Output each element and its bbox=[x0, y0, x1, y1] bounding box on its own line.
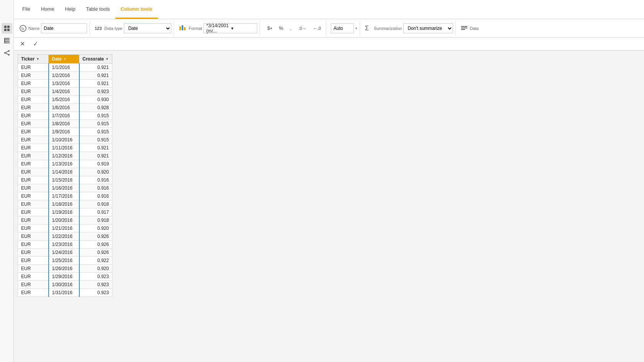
datatype-label: Data type bbox=[104, 26, 122, 31]
cell-date: 1/18/2016 bbox=[49, 200, 79, 208]
cell-crossrate: 0.918 bbox=[79, 216, 112, 224]
sidebar-icon-model[interactable] bbox=[2, 48, 12, 58]
format-dropdown[interactable]: *3/14/2001 (m/... ▾ bbox=[204, 23, 257, 33]
nav-home[interactable]: Home bbox=[36, 0, 60, 19]
sidebar bbox=[0, 0, 14, 362]
ticker-filter-icon[interactable]: ▼ bbox=[36, 57, 39, 61]
crossrate-filter-icon[interactable]: ▼ bbox=[105, 57, 109, 61]
cell-crossrate: 0.915 bbox=[79, 120, 112, 128]
table-row: EUR1/6/20160.928 bbox=[18, 104, 112, 112]
cell-date: 1/21/2016 bbox=[49, 224, 79, 233]
ribbon-format-group: Format *3/14/2001 (m/... ▾ bbox=[176, 21, 260, 35]
table-row: EUR1/16/20160.916 bbox=[18, 184, 112, 192]
cell-crossrate: 0.923 bbox=[79, 273, 112, 281]
auto-input[interactable] bbox=[331, 23, 354, 33]
cell-ticker: EUR bbox=[18, 192, 49, 200]
cell-ticker: EUR bbox=[18, 241, 49, 249]
table-row: EUR1/10/20160.915 bbox=[18, 136, 112, 144]
datatype-select[interactable]: Date Text Whole Number Decimal Number Tr… bbox=[124, 23, 171, 33]
currency-button[interactable]: $ ▾ bbox=[264, 23, 274, 33]
top-nav: File Home Help Table tools Column tools bbox=[14, 0, 644, 19]
table-row: EUR1/4/20160.923 bbox=[18, 88, 112, 96]
col-header-date[interactable]: Date ▼ bbox=[49, 55, 79, 64]
format-chevron-icon: ▾ bbox=[231, 26, 255, 31]
ribbon-name-group: fx Name bbox=[17, 21, 90, 35]
svg-rect-0 bbox=[4, 26, 7, 28]
cell-ticker: EUR bbox=[18, 112, 49, 120]
action-bar: ✕ ✓ bbox=[14, 38, 644, 51]
cell-ticker: EUR bbox=[18, 281, 49, 289]
table-row: EUR1/13/20160.919 bbox=[18, 160, 112, 168]
date-filter-icon[interactable]: ▼ bbox=[63, 57, 67, 61]
svg-rect-8 bbox=[4, 38, 5, 43]
confirm-button[interactable]: ✓ bbox=[31, 39, 40, 49]
svg-rect-19 bbox=[184, 27, 186, 30]
cancel-button[interactable]: ✕ bbox=[18, 39, 27, 49]
cell-crossrate: 0.926 bbox=[79, 233, 112, 241]
format-icon bbox=[179, 24, 187, 33]
name-icon: fx bbox=[19, 25, 27, 32]
cell-crossrate: 0.923 bbox=[79, 281, 112, 289]
table-row: EUR1/20/20160.918 bbox=[18, 216, 112, 224]
svg-point-10 bbox=[8, 50, 10, 52]
cell-ticker: EUR bbox=[18, 128, 49, 136]
comma-button[interactable]: , bbox=[288, 23, 294, 33]
table-row: EUR1/30/20160.923 bbox=[18, 281, 112, 289]
table-row: EUR1/11/20160.921 bbox=[18, 144, 112, 152]
cell-date: 1/29/2016 bbox=[49, 273, 79, 281]
table-row: EUR1/26/20160.920 bbox=[18, 265, 112, 273]
table-row: EUR1/2/20160.921 bbox=[18, 72, 112, 80]
data-category-label: Data bbox=[470, 26, 478, 31]
cell-crossrate: 0.930 bbox=[79, 96, 112, 104]
cell-ticker: EUR bbox=[18, 184, 49, 192]
cell-ticker: EUR bbox=[18, 200, 49, 208]
table-row: EUR1/22/20160.926 bbox=[18, 233, 112, 241]
cell-date: 1/3/2016 bbox=[49, 80, 79, 88]
cell-ticker: EUR bbox=[18, 249, 49, 257]
auto-chevron-icon: ▾ bbox=[355, 26, 357, 30]
svg-text:Σ: Σ bbox=[365, 25, 369, 31]
nav-column-tools[interactable]: Column tools bbox=[115, 0, 158, 19]
svg-point-9 bbox=[4, 52, 6, 54]
cell-ticker: EUR bbox=[18, 168, 49, 176]
cell-ticker: EUR bbox=[18, 72, 49, 80]
svg-rect-5 bbox=[4, 39, 10, 40]
svg-text:123: 123 bbox=[95, 26, 102, 31]
decimal-increase-button[interactable]: .0→ bbox=[296, 23, 309, 33]
ribbon-datatype-group: 123 Data type Date Text Whole Number Dec… bbox=[92, 21, 174, 35]
table-row: EUR1/7/20160.915 bbox=[18, 112, 112, 120]
table-header-row: Ticker ▼ Date ▼ Crossrate ▼ bbox=[18, 55, 112, 64]
cell-date: 1/2/2016 bbox=[49, 72, 79, 80]
sidebar-icon-table[interactable] bbox=[2, 35, 12, 46]
col-header-ticker[interactable]: Ticker ▼ bbox=[18, 55, 49, 64]
table-row: EUR1/1/20160.921 bbox=[18, 64, 112, 72]
nav-file[interactable]: File bbox=[17, 0, 36, 19]
table-row: EUR1/12/20160.921 bbox=[18, 152, 112, 160]
svg-text:fx: fx bbox=[21, 27, 25, 31]
cell-date: 1/1/2016 bbox=[49, 64, 79, 72]
col-header-crossrate[interactable]: Crossrate ▼ bbox=[79, 55, 112, 64]
cell-date: 1/9/2016 bbox=[49, 128, 79, 136]
cell-crossrate: 0.920 bbox=[79, 265, 112, 273]
cell-date: 1/8/2016 bbox=[49, 120, 79, 128]
cell-date: 1/30/2016 bbox=[49, 281, 79, 289]
nav-table-tools[interactable]: Table tools bbox=[80, 0, 115, 19]
nav-help[interactable]: Help bbox=[60, 0, 81, 19]
svg-rect-2 bbox=[4, 29, 7, 31]
percent-button[interactable]: % bbox=[276, 23, 286, 33]
cell-date: 1/15/2016 bbox=[49, 176, 79, 184]
svg-rect-7 bbox=[4, 43, 10, 43]
table-row: EUR1/31/20160.923 bbox=[18, 289, 112, 297]
cell-ticker: EUR bbox=[18, 152, 49, 160]
cell-crossrate: 0.928 bbox=[79, 104, 112, 112]
decimal-decrease-button[interactable]: ←.0 bbox=[310, 23, 324, 33]
table-row: EUR1/24/20160.926 bbox=[18, 249, 112, 257]
sidebar-icon-view[interactable] bbox=[2, 23, 12, 34]
cell-crossrate: 0.918 bbox=[79, 200, 112, 208]
svg-rect-3 bbox=[7, 29, 10, 31]
name-input[interactable] bbox=[41, 23, 87, 33]
summarization-select[interactable]: Don't summarize Sum Average Min Max Coun… bbox=[403, 23, 453, 33]
cell-crossrate: 0.916 bbox=[79, 192, 112, 200]
svg-line-12 bbox=[6, 51, 8, 52]
format-value: *3/14/2001 (m/... bbox=[206, 23, 230, 34]
